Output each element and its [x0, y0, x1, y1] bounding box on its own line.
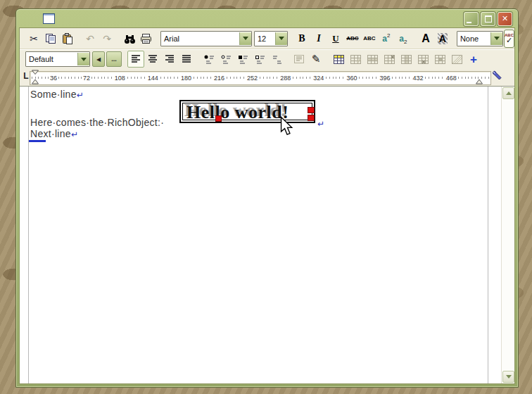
hypertext-style-combo[interactable]: None — [457, 31, 503, 46]
cut-icon: ✂ — [30, 34, 38, 44]
font-size-combo[interactable]: 12 — [254, 31, 288, 46]
ruler-number: 360 — [345, 74, 358, 82]
font-name-combo[interactable]: Arial — [160, 31, 252, 46]
ruler-number: 72 — [82, 74, 91, 82]
prev-style-button[interactable]: ◀ — [92, 51, 105, 67]
delete-row-button[interactable] — [381, 51, 398, 68]
first-line-indent-marker[interactable] — [31, 70, 40, 75]
align-right-button[interactable] — [161, 51, 178, 68]
font-name-dropdown[interactable] — [239, 32, 251, 45]
right-indent-marker[interactable] — [475, 79, 484, 85]
right-margin-guide — [488, 87, 488, 383]
align-center-button[interactable] — [144, 51, 161, 68]
circle-list-icon — [221, 54, 232, 64]
bold-button[interactable]: B — [293, 30, 310, 47]
check-icon: ✓ — [506, 37, 512, 44]
minimize-button[interactable] — [464, 12, 479, 26]
circle-list-button[interactable] — [217, 51, 234, 68]
hypertext-style-dropdown[interactable] — [490, 32, 502, 45]
prev-style-icon: ◀ — [96, 56, 101, 63]
highlight-button[interactable]: A — [434, 30, 451, 47]
scroll-up-button[interactable] — [502, 87, 514, 99]
table-properties-icon — [350, 55, 361, 64]
table-properties-button[interactable] — [347, 51, 364, 68]
format-pen-button[interactable]: ✎ — [308, 51, 324, 68]
text-case-button[interactable]: ABC — [361, 30, 378, 47]
align-justify-icon — [182, 54, 191, 64]
delete-row-icon — [384, 55, 395, 64]
ruler-number: 432 — [412, 74, 425, 82]
window-icon — [43, 13, 55, 24]
red-square-marker — [215, 115, 222, 122]
title-bar[interactable]: ✕ — [16, 9, 518, 27]
bullet-list-icon — [204, 54, 215, 64]
redo-button[interactable]: ↷ — [99, 30, 115, 47]
plus-icon: + — [470, 53, 477, 65]
italic-icon: I — [317, 33, 320, 44]
mouse-cursor-icon — [280, 116, 293, 136]
merge-cells-button[interactable] — [431, 51, 448, 68]
style-settings-button[interactable]: ... — [106, 51, 122, 67]
paste-icon — [62, 33, 73, 44]
close-button[interactable]: ✕ — [498, 12, 512, 26]
para-style-dropdown[interactable] — [77, 53, 89, 65]
maximize-button[interactable] — [481, 12, 495, 26]
paragraph-props-button[interactable] — [291, 51, 308, 68]
ruler-number: 108 — [113, 74, 127, 82]
cell-shading-button[interactable] — [448, 51, 465, 68]
insert-column-icon — [401, 55, 412, 64]
ruler-number: 324 — [312, 74, 325, 82]
ruler[interactable]: 3672108144180216252288324360396432468 — [30, 71, 491, 85]
no-list-button[interactable] — [268, 51, 285, 68]
delete-column-button[interactable] — [414, 51, 431, 68]
document-area[interactable]: Some·line↵ Here·comes·the·RichObject:· H… — [20, 86, 514, 383]
font-color-button[interactable]: A — [417, 30, 434, 47]
hollow-square-list-button[interactable] — [251, 51, 268, 68]
minimize-icon — [467, 22, 471, 23]
cut-button[interactable]: ✂ — [25, 30, 42, 47]
ruler-number: 468 — [445, 74, 458, 82]
print-button[interactable] — [138, 30, 155, 47]
doc-line-2-mark: ↵ — [317, 117, 324, 129]
superscript-button[interactable]: a2 — [378, 30, 395, 47]
bullet-list-button[interactable] — [201, 51, 217, 68]
print-icon — [140, 33, 153, 44]
vertical-scrollbar[interactable] — [501, 87, 514, 383]
paste-button[interactable] — [59, 30, 76, 47]
close-icon: ✕ — [502, 15, 508, 23]
insert-column-button[interactable] — [398, 51, 414, 68]
ruler-number: 396 — [378, 74, 391, 82]
delete-column-icon — [418, 55, 429, 64]
ruler-settings-wrench-icon[interactable] — [492, 70, 502, 81]
insert-row-button[interactable] — [364, 51, 381, 68]
subscript-icon: a2 — [399, 34, 407, 44]
spell-check-toggle[interactable]: ABC ✓ — [504, 30, 514, 48]
square-list-button[interactable] — [234, 51, 251, 68]
align-left-button[interactable] — [127, 51, 144, 68]
rich-object[interactable]: Hello world! — [179, 100, 315, 123]
return-mark-icon: ↵ — [77, 90, 84, 100]
underline-button[interactable]: U — [327, 30, 344, 47]
ruler-number: 144 — [146, 74, 160, 82]
text-caret — [29, 140, 46, 142]
find-button[interactable] — [121, 30, 138, 47]
chevron-down-icon — [494, 37, 500, 40]
italic-button[interactable]: I — [310, 30, 327, 47]
align-justify-button[interactable] — [178, 51, 195, 68]
bold-icon: B — [298, 33, 305, 44]
subscript-button[interactable]: a2 — [395, 30, 412, 47]
add-style-button[interactable]: + — [465, 51, 482, 68]
insert-table-button[interactable] — [330, 51, 347, 68]
format-toolbar: ✂ ↶ ↷ — [20, 28, 514, 49]
copy-button[interactable] — [42, 30, 59, 47]
left-indent-marker[interactable] — [31, 79, 40, 85]
para-style-combo[interactable]: Default — [25, 51, 90, 67]
undo-button[interactable]: ↶ — [82, 30, 99, 47]
merge-cells-icon — [435, 55, 445, 64]
highlight-icon: A — [438, 33, 448, 44]
strikethrough-button[interactable]: ABC — [344, 30, 361, 47]
red-square-marker — [308, 107, 315, 113]
font-size-dropdown[interactable] — [275, 32, 287, 45]
paragraph-icon — [294, 55, 304, 63]
scroll-down-button[interactable] — [502, 371, 514, 383]
